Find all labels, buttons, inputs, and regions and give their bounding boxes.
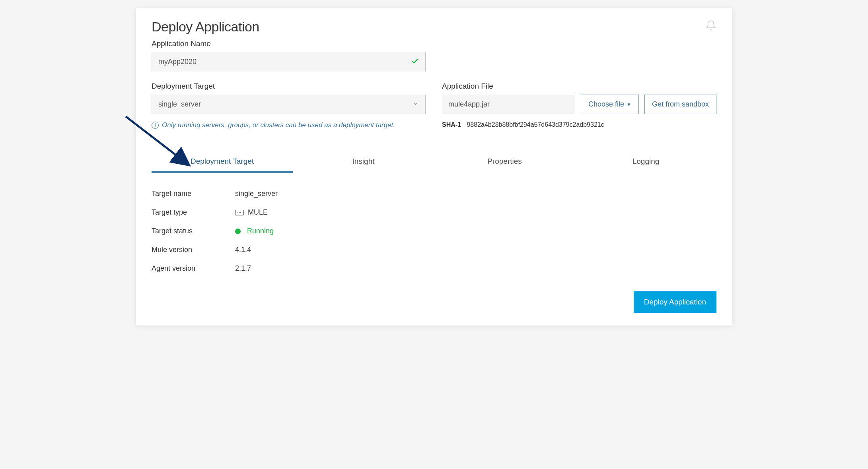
choose-file-label: Choose file bbox=[588, 100, 624, 109]
deploy-application-card: Deploy Application Application Name Depl… bbox=[136, 8, 732, 326]
sha-row: SHA-1 9882a4b28b88bfbf294a57d643d379c2ad… bbox=[442, 121, 716, 128]
application-name-field: Application Name bbox=[152, 39, 426, 72]
deployment-target-value: single_server bbox=[158, 100, 201, 109]
tab-logging[interactable]: Logging bbox=[575, 151, 716, 173]
caret-down-icon: ▼ bbox=[627, 102, 631, 107]
target-name-label: Target name bbox=[152, 190, 235, 198]
notifications-bell-icon[interactable] bbox=[705, 20, 716, 31]
deploy-application-button[interactable]: Deploy Application bbox=[634, 291, 716, 313]
application-file-label: Application File bbox=[442, 82, 716, 91]
mule-version-label: Mule version bbox=[152, 246, 235, 254]
target-status-value: Running bbox=[247, 227, 274, 235]
tab-properties[interactable]: Properties bbox=[434, 151, 575, 173]
tabs: Deployment Target Insight Properties Log… bbox=[152, 151, 716, 173]
target-type-value: MULE bbox=[248, 208, 268, 217]
sha-value: 9882a4b28b88bfbf294a57d643d379c2adb9321c bbox=[467, 121, 604, 128]
deployment-target-select[interactable]: single_server bbox=[152, 95, 426, 114]
get-from-sandbox-button[interactable]: Get from sandbox bbox=[644, 95, 716, 114]
choose-file-button[interactable]: Choose file ▼ bbox=[581, 95, 639, 114]
deployment-target-label: Deployment Target bbox=[152, 82, 426, 91]
info-icon: i bbox=[152, 122, 159, 129]
target-type-label: Target type bbox=[152, 208, 235, 217]
deployment-target-details: Target name single_server Target type ••… bbox=[152, 184, 716, 278]
agent-version-label: Agent version bbox=[152, 264, 235, 273]
deployment-target-hint: i Only running servers, groups, or clust… bbox=[152, 121, 426, 129]
valid-check-icon bbox=[411, 57, 419, 67]
application-name-label: Application Name bbox=[152, 39, 426, 48]
hint-text: Only running servers, groups, or cluster… bbox=[162, 121, 395, 129]
agent-version-value: 2.1.7 bbox=[235, 264, 251, 273]
deployment-target-field: Deployment Target single_server i Only r… bbox=[152, 82, 426, 129]
application-file-name: mule4app.jar bbox=[442, 95, 575, 114]
chevron-down-icon bbox=[413, 101, 419, 109]
mule-version-value: 4.1.4 bbox=[235, 246, 251, 254]
sha-label: SHA-1 bbox=[442, 121, 461, 128]
application-file-field: Application File mule4app.jar Choose fil… bbox=[442, 82, 716, 129]
application-name-input[interactable] bbox=[152, 52, 426, 72]
page-title: Deploy Application bbox=[152, 19, 716, 35]
target-status-label: Target status bbox=[152, 227, 235, 235]
mule-type-icon: ••• bbox=[235, 210, 244, 215]
tab-insight[interactable]: Insight bbox=[293, 151, 434, 173]
status-dot-icon bbox=[235, 229, 241, 234]
tab-deployment-target[interactable]: Deployment Target bbox=[152, 151, 293, 173]
target-name-value: single_server bbox=[235, 190, 278, 198]
